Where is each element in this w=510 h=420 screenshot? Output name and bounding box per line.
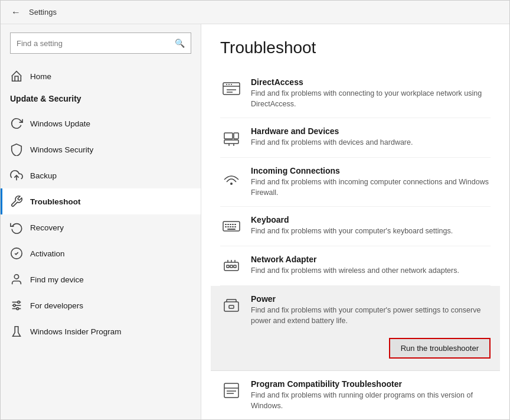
person-icon [10,273,23,286]
troubleshoot-item-network-adapter: Network Adapter Find and fix problems wi… [220,246,491,286]
sidebar-item-troubleshoot[interactable]: Troubleshoot [1,188,201,214]
sidebar-section-title: Update & Security [1,89,201,110]
sidebar-item-activation-label: Activation [30,249,65,258]
sidebar-item-home-label: Home [30,72,51,81]
main-content: Troubleshoot DirectAccess [201,24,509,419]
upload-icon [10,169,23,182]
sidebar-item-find-my-device[interactable]: Find my device [1,266,201,292]
search-box[interactable]: 🔍 [10,32,191,54]
troubleshoot-item-directaccess: DirectAccess Find and fix problems with … [220,69,491,118]
hardware-name: Hardware and Devices [251,126,491,136]
keyboard-icon [220,215,243,237]
keyboard-text: Keyboard Find and fix problems with your… [251,215,491,237]
refresh-icon [10,117,23,130]
hardware-text: Hardware and Devices Find and fix proble… [251,126,491,148]
page-title: Troubleshoot [220,38,491,57]
network-adapter-text: Network Adapter Find and fix problems wi… [251,255,491,276]
svg-point-6 [18,301,20,304]
sidebar-item-recovery-label: Recovery [30,223,64,232]
incoming-text: Incoming Connections Find and fix proble… [251,166,491,198]
program-compat-icon [220,379,243,402]
program-compat-desc: Find and fix problems with running older… [251,390,491,411]
hardware-icon [220,126,243,149]
hardware-desc: Find and fix problems with devices and h… [251,138,491,148]
sidebar-item-windows-insider-label: Windows Insider Program [30,327,122,336]
circle-check-icon [10,247,23,260]
svg-rect-39 [230,265,233,268]
svg-rect-46 [224,383,238,398]
sidebar-item-windows-security[interactable]: Windows Security [1,136,201,162]
home-icon [10,70,23,83]
incoming-connections-icon [220,166,243,188]
svg-rect-16 [224,133,233,139]
sidebar-item-find-my-device-label: Find my device [30,275,84,284]
settings-window: ← Settings 🔍 Home [0,0,510,420]
sidebar-item-backup[interactable]: Backup [1,162,201,188]
sidebar: 🔍 Home Update & Security [1,24,201,419]
undo-icon [10,221,23,234]
svg-point-21 [230,183,233,185]
svg-rect-40 [234,265,236,268]
sidebar-item-backup-label: Backup [30,171,57,180]
svg-point-7 [14,304,16,307]
keyboard-desc: Find and fix problems with your computer… [251,226,491,237]
directaccess-icon [220,77,243,100]
svg-point-8 [17,308,19,310]
titlebar-title: Settings [29,8,57,17]
sidebar-item-for-developers-label: For developers [30,301,83,310]
troubleshoot-item-power: Power Find and fix problems with your co… [211,286,500,371]
sidebar-item-windows-update[interactable]: Windows Update [1,110,201,136]
network-adapter-desc: Find and fix problems with wireless and … [251,266,491,276]
sidebar-item-for-developers[interactable]: For developers [1,292,201,318]
svg-rect-45 [229,305,234,308]
network-adapter-icon [220,255,243,277]
run-troubleshooter-button[interactable]: Run the troubleshooter [389,338,491,359]
svg-rect-18 [224,140,238,144]
svg-point-2 [14,275,18,279]
back-button[interactable]: ← [8,4,24,21]
svg-rect-41 [224,302,238,311]
sidebar-item-recovery[interactable]: Recovery [1,214,201,240]
directaccess-name: DirectAccess [251,77,491,87]
search-icon: 🔍 [175,38,185,48]
content-area: 🔍 Home Update & Security [1,24,509,419]
troubleshoot-item-hardware: Hardware and Devices Find and fix proble… [220,118,491,158]
network-adapter-name: Network Adapter [251,255,491,264]
power-text: Power Find and fix problems with your co… [251,294,491,326]
svg-rect-38 [227,265,229,268]
shield-icon [10,143,23,156]
troubleshoot-item-program-compat: Program Compatibility Troubleshooter Fin… [220,371,491,419]
directaccess-desc: Find and fix problems with connecting to… [251,89,491,109]
troubleshoot-item-keyboard: Keyboard Find and fix problems with your… [220,207,491,246]
wrench-icon [10,195,23,208]
incoming-desc: Find and fix problems with incoming comp… [251,177,491,198]
svg-rect-17 [234,133,238,139]
program-compat-name: Program Compatibility Troubleshooter [251,379,491,389]
sidebar-item-windows-insider[interactable]: Windows Insider Program [1,318,201,344]
sidebar-item-troubleshoot-label: Troubleshoot [30,197,81,206]
power-icon [220,294,243,317]
program-compat-text: Program Compatibility Troubleshooter Fin… [251,379,491,411]
search-input[interactable] [17,39,175,48]
sidebar-item-activation[interactable]: Activation [1,240,201,266]
titlebar: ← Settings [1,1,509,24]
power-desc: Find and fix problems with your computer… [251,305,491,326]
incoming-name: Incoming Connections [251,166,491,175]
keyboard-name: Keyboard [251,215,491,224]
sidebar-item-windows-update-label: Windows Update [30,119,90,128]
sidebar-item-home[interactable]: Home [1,63,201,89]
sliders-icon [10,299,23,312]
lab-icon [10,325,23,338]
directaccess-text: DirectAccess Find and fix problems with … [251,77,491,109]
troubleshoot-item-incoming: Incoming Connections Find and fix proble… [220,158,491,207]
sidebar-item-windows-security-label: Windows Security [30,145,93,154]
power-name: Power [251,294,491,304]
